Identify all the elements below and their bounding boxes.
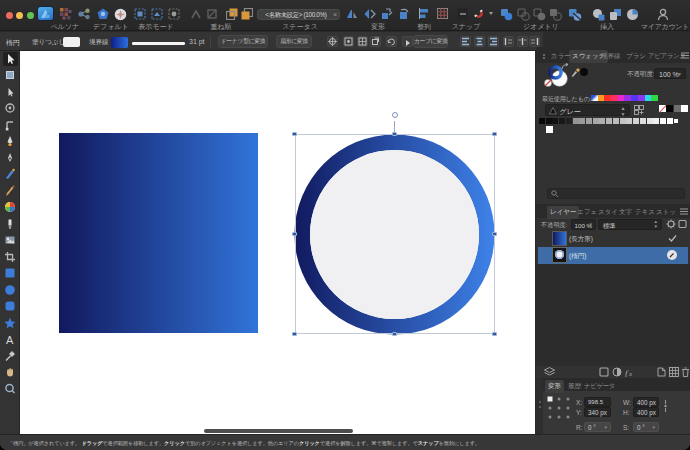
- svg-text:x: x: [628, 370, 633, 377]
- svg-text:A: A: [6, 334, 14, 346]
